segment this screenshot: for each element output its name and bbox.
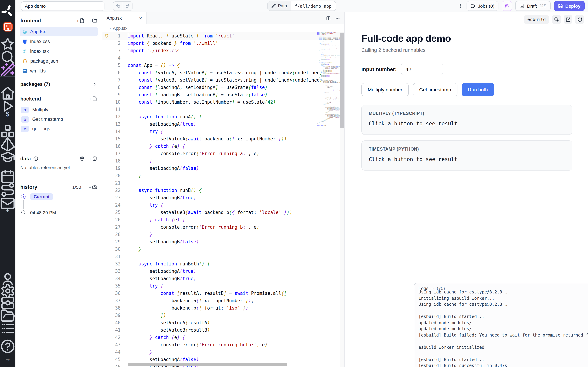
undo-button[interactable] [113,1,123,10]
code-line-40[interactable]: 40 setValueA(resultA) [102,319,344,326]
select-element-button[interactable] [552,15,561,24]
file-row-index-tsx[interactable]: index.tsx [20,47,98,56]
multiply-number-button[interactable]: Multiply number [361,83,409,96]
minimap[interactable]: import React, { useState } from 'react'i… [317,32,340,367]
backend-item-a[interactable]: aMultiply [20,105,98,115]
backend-item-c[interactable]: cget_logs [20,124,98,133]
code-line-30[interactable]: 30 } [102,245,344,253]
code-line-42[interactable]: 42 } catch (e) { [102,334,344,341]
file-row-app-tsx[interactable]: App.tsx [20,27,98,36]
code-line-36[interactable]: 36 const [resultA, resultB] = await Prom… [102,290,344,297]
ai-wand-button[interactable] [502,1,512,11]
code-line-38[interactable]: 38 backend.b({ format: 'iso' }) [102,304,344,312]
code-line-12[interactable]: 12 async function runA() { [102,113,344,120]
tab-app-tsx[interactable]: App.tsx × [102,12,146,24]
code-line-43[interactable]: 43 console.error('Error running both:', … [102,341,344,349]
code-line-31[interactable]: 31 [102,253,344,260]
code-line-4[interactable]: 4 [102,54,344,62]
horizontal-scrollbar[interactable] [128,363,287,366]
code-line-13[interactable]: 13 setLoadingA(true) [102,120,344,128]
vertical-scrollbar-thumb[interactable] [340,33,344,128]
sidebar-item-calendar-icon[interactable] [0,169,16,184]
redo-button[interactable] [123,1,132,10]
split-editor-icon[interactable] [326,16,331,20]
code-line-21[interactable]: 21 [102,179,344,187]
add-file-button[interactable]: + [77,18,85,23]
code-line-44[interactable]: 44 } [102,349,344,356]
sidebar-item-audit-list-icon[interactable] [0,321,16,336]
code-line-1[interactable]: 1import React, { useState } from 'react' [102,32,344,40]
code-line-6[interactable]: 6 const [valueA, setValueA] = useState<s… [102,69,344,76]
code-line-28[interactable]: 28 } [102,231,344,238]
current-version-badge[interactable]: Current [30,193,53,200]
jobs-button[interactable]: Jobs (0) [466,1,499,11]
code-line-16[interactable]: 16 } catch (e) { [102,142,344,150]
file-row-wmill-ts[interactable]: TSwmill.ts [20,66,98,76]
code-area[interactable]: 1import React, { useState } from 'react'… [102,32,344,367]
logs-panel[interactable]: Logs (75) Using idb cache for csstype@3.… [414,283,588,367]
code-line-24[interactable]: 24 try { [102,201,344,209]
code-line-35[interactable]: 35 try { [102,282,344,290]
code-line-32[interactable]: 32 async function runBoth() { [102,260,344,267]
code-line-14[interactable]: 14 try { [102,128,344,135]
add-folder-button[interactable]: + [89,18,97,23]
code-line-29[interactable]: 29 setLoadingB(false) [102,238,344,245]
add-table-button[interactable]: + [89,156,97,161]
more-menu-icon[interactable] [457,3,463,9]
breadcrumb-file[interactable]: App.tsx [113,26,128,31]
code-line-39[interactable]: 39 ]) [102,312,344,319]
code-line-23[interactable]: 23 setLoadingB(true) [102,194,344,201]
sidebar-item-help-icon[interactable] [0,339,16,354]
deploy-button[interactable]: Deploy [554,1,585,11]
code-line-5[interactable]: 5const App = () => { [102,62,344,69]
code-line-8[interactable]: 8 const [loadingA, setLoadingA] = useSta… [102,84,344,91]
code-line-3[interactable]: 3import './index.css' [102,47,344,54]
logs-label[interactable]: Logs [418,286,428,291]
code-line-25[interactable]: 25 setValueB(await backend.b({ format: '… [102,209,344,216]
code-line-41[interactable]: 41 setValueB(resultB) [102,326,344,334]
code-line-45[interactable]: 45 setLoadingA(false) [102,356,344,363]
code-line-34[interactable]: 34 setLoadingB(true) [102,275,344,282]
code-line-2[interactable]: 2import { backend } from './wmill' [102,40,344,47]
code-line-37[interactable]: 37 backend.a({ x: inputNumber }), [102,297,344,304]
sidebar-item-search-icon[interactable] [0,49,16,65]
packages-row[interactable]: packages (7) [20,81,97,87]
path-chip[interactable]: Path f/all/demo_app [267,1,336,11]
code-line-22[interactable]: 22 async function runB() { [102,187,344,194]
file-row-package-json[interactable]: {}package.json [20,56,98,66]
app-name-input[interactable] [21,1,104,11]
code-line-33[interactable]: 33 setLoadingA(true) [102,267,344,275]
vertical-scrollbar[interactable] [340,32,344,367]
code-line-7[interactable]: 7 const [valueB, setValueB] = useState<s… [102,76,344,84]
sidebar-item-glyph-icon[interactable]: + [0,207,16,215]
sidebar-item-wand-icon[interactable] [0,63,16,78]
sidebar-item-glyph-icon[interactable]: $ [0,111,16,118]
code-line-9[interactable]: 9 const [loadingB, setLoadingB] = useSta… [102,91,344,98]
code-line-15[interactable]: 15 setValueA(await backend.a({ x: inputN… [102,135,344,142]
lightbulb-icon[interactable] [104,33,109,38]
code-line-20[interactable]: 20 } [102,172,344,179]
chevron-down-icon[interactable] [430,286,435,291]
code-line-26[interactable]: 26 } catch (e) { [102,216,344,223]
backend-item-b[interactable]: bGet timestamp [20,115,98,124]
close-tab-icon[interactable]: × [139,15,142,21]
refresh-preview-button[interactable] [575,15,584,24]
code-line-27[interactable]: 27 console.error('Error running b:', e) [102,223,344,231]
open-external-button[interactable] [564,15,572,24]
code-line-11[interactable]: 11 [102,106,344,113]
sidebar-item-route-icon[interactable] [0,182,16,198]
code-line-18[interactable]: 18 } [102,157,344,165]
get-timestamp-button[interactable]: Get timestamp [413,83,457,96]
run-both-button[interactable]: Run both [462,83,494,96]
sidebar-item-glyph-icon[interactable]: → [0,355,16,362]
data-settings-button[interactable] [80,156,85,161]
code-line-10[interactable]: 10 const [inputNumber, setInputNumber] =… [102,98,344,106]
draft-button[interactable]: Draft ⌘S [515,1,551,11]
sidebar-item-grad-cap-icon[interactable] [0,149,16,165]
input-number-field[interactable] [401,63,443,75]
sidebar-item-building-grid-icon[interactable] [0,22,16,32]
snapshot-button[interactable]: + [89,184,97,190]
editor-more-icon[interactable] [335,16,340,20]
code-line-17[interactable]: 17 console.error('Error running a:', e) [102,150,344,157]
code-line-19[interactable]: 19 setLoadingA(false) [102,165,344,172]
